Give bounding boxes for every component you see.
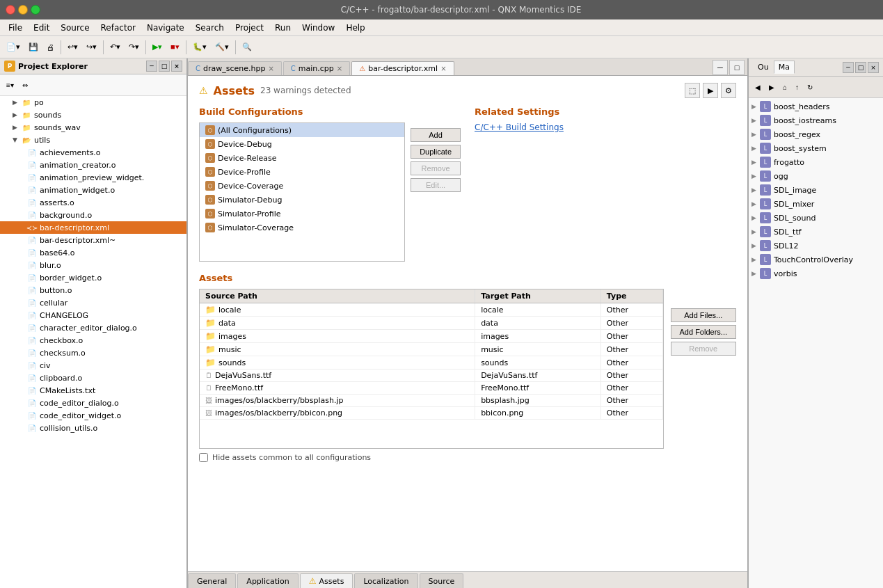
tab-close-bar-descriptor[interactable]: × xyxy=(440,65,446,72)
maximize-button[interactable] xyxy=(31,5,40,15)
config-item-device-release[interactable]: ⬡ Device-Release xyxy=(200,151,404,165)
menu-help[interactable]: Help xyxy=(340,22,370,34)
cpp-build-settings-link[interactable]: C/C++ Build Settings xyxy=(475,122,564,132)
menu-source[interactable]: Source xyxy=(55,22,95,34)
editor-maximize-btn[interactable]: □ xyxy=(729,60,745,75)
right-panel-controls[interactable]: ─ □ × xyxy=(843,62,879,73)
config-item-device-profile[interactable]: ⬡ Device-Profile xyxy=(200,165,404,179)
lib-item-sdl-mixer[interactable]: ▶ L SDL_mixer xyxy=(749,197,883,211)
right-forward-btn[interactable]: ▶ xyxy=(765,78,778,96)
tree-item-civ[interactable]: 📄 civ xyxy=(0,359,186,372)
right-panel-maximize[interactable]: □ xyxy=(855,62,866,73)
add-files-button[interactable]: Add Files... xyxy=(671,308,736,322)
lib-item-sdl12[interactable]: ▶ L SDL12 xyxy=(749,239,883,253)
lib-item-touch-control[interactable]: ▶ L TouchControlOverlay xyxy=(749,253,883,267)
menu-project[interactable]: Project xyxy=(230,22,269,34)
right-tree-area[interactable]: ▶ L boost_headers ▶ L boost_iostreams ▶ … xyxy=(749,98,883,588)
undo-button[interactable]: ↶▾ xyxy=(106,38,124,56)
panel-close-button[interactable]: × xyxy=(171,61,182,72)
right-home-btn[interactable]: ⌂ xyxy=(779,78,790,96)
lib-item-ogg[interactable]: ▶ L ogg xyxy=(749,169,883,183)
config-item-sim-debug[interactable]: ⬡ Simulator-Debug xyxy=(200,193,404,207)
hide-assets-checkbox[interactable] xyxy=(199,453,208,462)
menu-refactor[interactable]: Refactor xyxy=(95,22,141,34)
tree-link-editor[interactable]: ⇔ xyxy=(19,76,31,94)
settings-btn[interactable]: ⚙ xyxy=(721,83,736,98)
tree-item-po[interactable]: ▶ 📁 po xyxy=(0,96,186,109)
asset-row-locale[interactable]: 📁locale locale Other xyxy=(200,303,662,317)
add-config-button[interactable]: Add xyxy=(411,128,461,142)
right-tab-make[interactable]: Ma xyxy=(774,61,795,74)
tree-item-clipboard[interactable]: 📄 clipboard.o xyxy=(0,372,186,384)
menu-search[interactable]: Search xyxy=(190,22,230,34)
asset-row-images[interactable]: 📁images images Other xyxy=(200,330,662,343)
tree-area[interactable]: ▶ 📁 po ▶ 📁 sounds ▶ 📁 sounds_wav ▼ 📂 ut xyxy=(0,96,186,588)
restore-defaults-btn[interactable]: ⬚ xyxy=(685,83,700,98)
config-item-all[interactable]: ⬡ (All Configurations) xyxy=(200,123,404,137)
lib-item-vorbis[interactable]: ▶ L vorbis xyxy=(749,267,883,280)
menu-run[interactable]: Run xyxy=(269,22,296,34)
search-button[interactable]: 🔍 xyxy=(239,38,255,56)
panel-minimize-button[interactable]: ─ xyxy=(146,61,157,72)
tree-item-base64[interactable]: 📄 base64.o xyxy=(0,246,186,259)
menu-window[interactable]: Window xyxy=(296,22,340,34)
asset-row-freemono[interactable]: 🗒FreeMono.ttf FreeMono.ttf Other xyxy=(200,382,662,395)
tree-item-sounds-wav[interactable]: ▶ 📁 sounds_wav xyxy=(0,121,186,134)
config-item-device-debug[interactable]: ⬡ Device-Debug xyxy=(200,137,404,151)
lib-item-boost-iostreams[interactable]: ▶ L boost_iostreams xyxy=(749,113,883,127)
tree-item-cellular[interactable]: 📄 cellular xyxy=(0,296,186,309)
tree-item-changelog[interactable]: 📄 CHANGELOG xyxy=(0,309,186,321)
menu-edit[interactable]: Edit xyxy=(28,22,55,34)
tab-close-main-cpp[interactable]: × xyxy=(337,65,342,72)
tab-bar-descriptor[interactable]: ⚠ bar-descriptor.xml × xyxy=(351,61,454,75)
editor-restore-btn[interactable]: ─ xyxy=(713,60,728,75)
tree-item-animation-preview[interactable]: 📄 animation_preview_widget. xyxy=(0,171,186,184)
run-button[interactable]: ▶▾ xyxy=(149,38,166,56)
assets-table-scroll[interactable]: Source Path Target Path Type 📁locale loc… xyxy=(199,289,664,449)
asset-row-data[interactable]: 📁data data Other xyxy=(200,317,662,330)
lib-item-boost-system[interactable]: ▶ L boost_system xyxy=(749,141,883,155)
asset-row-bbicon[interactable]: 🖼images/os/blackberry/bbicon.png bbicon.… xyxy=(200,407,662,420)
right-refresh-btn[interactable]: ↻ xyxy=(804,78,816,96)
tree-item-utils[interactable]: ▼ 📂 utils xyxy=(0,134,186,146)
right-tab-outline[interactable]: Ou xyxy=(753,61,774,74)
tree-item-cmakelists[interactable]: 📄 CMakeLists.txt xyxy=(0,384,186,397)
tree-item-animation-creator[interactable]: 📄 animation_creator.o xyxy=(0,159,186,171)
lib-item-sdl-sound[interactable]: ▶ L SDL_sound xyxy=(749,211,883,225)
tree-item-sounds[interactable]: ▶ 📁 sounds xyxy=(0,109,186,121)
minimize-button[interactable] xyxy=(18,5,28,15)
config-item-sim-coverage[interactable]: ⬡ Simulator-Coverage xyxy=(200,221,404,235)
tree-item-button[interactable]: 📄 button.o xyxy=(0,284,186,296)
tab-draw-scene[interactable]: C draw_scene.hpp × xyxy=(188,61,282,75)
asset-row-bbsplash[interactable]: 🖼images/os/blackberry/bbsplash.jp bbspla… xyxy=(200,395,662,407)
tree-item-checkbox[interactable]: 📄 checkbox.o xyxy=(0,334,186,347)
tab-general[interactable]: General xyxy=(188,573,236,588)
tab-source[interactable]: Source xyxy=(420,573,464,588)
stop-button[interactable]: ■▾ xyxy=(167,38,183,56)
panel-controls[interactable]: ─ □ × xyxy=(146,61,182,72)
asset-row-music[interactable]: 📁music music Other xyxy=(200,343,662,356)
tab-application[interactable]: Application xyxy=(237,573,298,588)
duplicate-config-button[interactable]: Duplicate xyxy=(411,145,461,159)
close-button[interactable] xyxy=(6,5,15,15)
print-button[interactable]: 🖨 xyxy=(43,38,58,56)
right-panel-close[interactable]: × xyxy=(868,62,879,73)
new-button[interactable]: 📄▾ xyxy=(3,38,24,56)
debug-button[interactable]: 🐛▾ xyxy=(189,38,210,56)
panel-maximize-button[interactable]: □ xyxy=(159,61,170,72)
tree-item-bar-descriptor-bak[interactable]: 📄 bar-descriptor.xml~ xyxy=(0,234,186,246)
right-up-btn[interactable]: ↑ xyxy=(792,78,802,96)
tree-item-checksum[interactable]: 📄 checksum.o xyxy=(0,347,186,359)
menu-navigate[interactable]: Navigate xyxy=(141,22,190,34)
build-button[interactable]: 🔨▾ xyxy=(212,38,232,56)
tree-collapse-all[interactable]: ≡▾ xyxy=(3,76,17,94)
lib-item-sdl-image[interactable]: ▶ L SDL_image xyxy=(749,183,883,197)
tree-item-character-editor[interactable]: 📄 character_editor_dialog.o xyxy=(0,321,186,334)
back-button[interactable]: ↩▾ xyxy=(64,38,81,56)
tree-item-blur[interactable]: 📄 blur.o xyxy=(0,259,186,271)
tree-item-asserts[interactable]: 📄 asserts.o xyxy=(0,196,186,209)
tab-localization[interactable]: Localization xyxy=(354,573,417,588)
asset-row-dejavusans[interactable]: 🗒DejaVuSans.ttf DejaVuSans.ttf Other xyxy=(200,370,662,382)
asset-row-sounds[interactable]: 📁sounds sounds Other xyxy=(200,356,662,370)
forward-button[interactable]: ↪▾ xyxy=(83,38,100,56)
